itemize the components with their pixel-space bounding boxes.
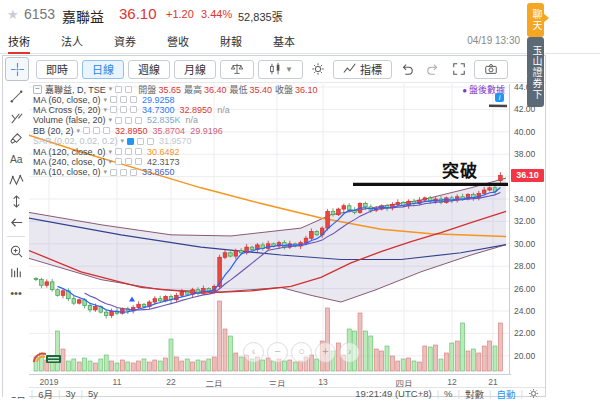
axis-settings-button[interactable] — [528, 388, 539, 400]
indicator-bars-button[interactable]: 指標 — [333, 60, 392, 79]
zoom-in-tool[interactable] — [5, 241, 27, 261]
indicator-visibility-toggle[interactable] — [110, 106, 117, 113]
indicator-visibility-toggle[interactable] — [127, 138, 134, 145]
indicator-settings-box[interactable] — [125, 148, 132, 155]
indicator-visibility-toggle[interactable] — [115, 158, 122, 165]
candle-body — [153, 299, 157, 302]
camera-button[interactable] — [474, 60, 508, 79]
range-button-6月[interactable]: 6月 — [38, 387, 53, 400]
menu-tab-財報[interactable]: 財報 — [220, 33, 242, 49]
candle-body — [239, 251, 243, 253]
price-change-percent: 3.44% — [201, 8, 232, 20]
long-position-tool[interactable] — [5, 191, 27, 211]
legend-icon-box[interactable] — [125, 86, 132, 93]
menu-tab-基本[interactable]: 基本 — [273, 33, 295, 49]
breakout-annotation-text[interactable]: 突破 — [442, 161, 478, 181]
volume-bar — [164, 358, 168, 371]
candle-body — [137, 304, 141, 307]
indicator-remove-box[interactable] — [135, 148, 142, 155]
volume-bar — [153, 360, 157, 371]
menu-tab-資券[interactable]: 資券 — [114, 33, 136, 49]
undo-button[interactable] — [396, 60, 418, 79]
arrow-left-tool[interactable] — [5, 212, 27, 232]
reset-button[interactable]: ○ — [291, 342, 312, 363]
indicator-visibility-toggle[interactable] — [110, 169, 117, 176]
chart-plot-area[interactable]: 突破 −嘉聯益, D, TSE▾開盤35.65最高36.40最低35.40收盤3… — [29, 84, 511, 374]
info-icon[interactable]: i — [495, 93, 504, 102]
range-button-5y[interactable]: 5y — [88, 388, 98, 399]
percent-scale-button[interactable]: % — [444, 388, 452, 399]
interval-button-即時[interactable]: 即時 — [36, 60, 78, 79]
indicator-settings-box[interactable] — [137, 138, 144, 145]
xabcd-pattern-icon — [9, 173, 24, 188]
scroll-left-button[interactable]: ‹ — [243, 342, 264, 363]
interval-button-日線[interactable]: 日線 — [82, 60, 124, 79]
time-axis-label: 11 — [113, 377, 122, 387]
zoom-out-button[interactable]: − — [267, 342, 288, 363]
scroll-right-button[interactable]: › — [339, 342, 360, 363]
compare-button[interactable] — [220, 60, 254, 79]
trend-line-icon — [9, 89, 24, 104]
gear-icon — [528, 388, 539, 399]
volume-bar — [158, 361, 162, 371]
indicator-settings-box[interactable] — [120, 169, 127, 176]
indicator-settings-box[interactable] — [120, 106, 127, 113]
collapse-icon[interactable]: − — [33, 85, 42, 94]
gear-button[interactable] — [307, 60, 329, 79]
interval-button-週線[interactable]: 週線 — [128, 60, 170, 79]
indicator-remove-box[interactable] — [130, 169, 137, 176]
candle-body — [482, 190, 486, 193]
crosshair-icon — [10, 62, 25, 77]
brush-tool[interactable] — [5, 128, 27, 148]
price-axis[interactable]: 44.0042.0040.0038.0036.0034.0032.0030.00… — [509, 84, 546, 374]
chatroom-side-tab[interactable]: 聊天室 — [527, 3, 544, 37]
candle-style-button[interactable]: ▼ — [258, 60, 303, 79]
trend-line-tool[interactable] — [5, 86, 27, 106]
auto-scale-button[interactable]: 自動 — [497, 387, 516, 400]
legend-icon-box[interactable] — [115, 86, 122, 93]
fullscreen-button[interactable] — [448, 60, 470, 79]
menu-tab-技術[interactable]: 技術 — [8, 33, 30, 54]
crosshair-tool[interactable] — [5, 57, 29, 81]
indicator-visibility-toggle[interactable] — [110, 96, 117, 103]
time-axis-label: 12 — [447, 377, 456, 387]
indicator-settings-box[interactable] — [120, 96, 127, 103]
price-axis-label: 32.00 — [514, 216, 535, 226]
volume-bar — [228, 336, 232, 371]
candle-body — [56, 290, 60, 296]
section-menu: 技術法人資券營收財報基本 04/19 13:30 — [0, 29, 600, 54]
indicator-remove-box[interactable] — [135, 117, 142, 124]
menu-tab-營收[interactable]: 營收 — [167, 33, 189, 49]
chatroom-tab-pointer-icon — [543, 13, 549, 23]
indicator-remove-box[interactable] — [147, 138, 154, 145]
favorite-star-icon[interactable]: ★ — [7, 7, 19, 22]
indicator-remove-box[interactable] — [130, 96, 137, 103]
indicator-settings-box[interactable] — [93, 127, 100, 134]
redo-button[interactable] — [422, 60, 444, 79]
candlestick-chart[interactable]: 突破 — [29, 84, 511, 374]
bar-pattern-tool[interactable] — [5, 262, 27, 282]
interval-button-月線[interactable]: 月線 — [174, 60, 216, 79]
log-scale-button[interactable]: 對數 — [465, 387, 484, 400]
xabcd-pattern-tool[interactable] — [5, 170, 27, 190]
chart-widget: 即時日線週線月線▼指標 Aa••• 突破 −嘉聯益, D, TSE▾開盤35.6… — [2, 55, 546, 397]
pitchfork-tool[interactable] — [5, 107, 27, 127]
indicator-remove-box[interactable] — [130, 106, 137, 113]
text-tool-tool[interactable]: Aa — [5, 149, 27, 169]
indicator-visibility-toggle[interactable] — [83, 127, 90, 134]
range-button-3y[interactable]: 3y — [66, 388, 76, 399]
text-tool-icon: Aa — [9, 152, 24, 167]
zoom-in-button[interactable]: + — [315, 342, 336, 363]
price-axis-label: 30.00 — [514, 239, 535, 249]
indicator-remove-box[interactable] — [135, 158, 142, 165]
indicator-settings-box[interactable] — [125, 158, 132, 165]
volume-bar — [104, 355, 108, 371]
indicator-visibility-toggle[interactable] — [115, 117, 122, 124]
menu-tab-法人[interactable]: 法人 — [61, 33, 83, 49]
indicator-remove-box[interactable] — [103, 127, 110, 134]
indicator-settings-box[interactable] — [125, 117, 132, 124]
broker-order-side-tab[interactable]: 玉山證券下單 — [527, 37, 544, 107]
more-options-icon: ••• — [10, 287, 22, 299]
indicator-visibility-toggle[interactable] — [115, 148, 122, 155]
more-options-tool[interactable]: ••• — [5, 283, 27, 303]
